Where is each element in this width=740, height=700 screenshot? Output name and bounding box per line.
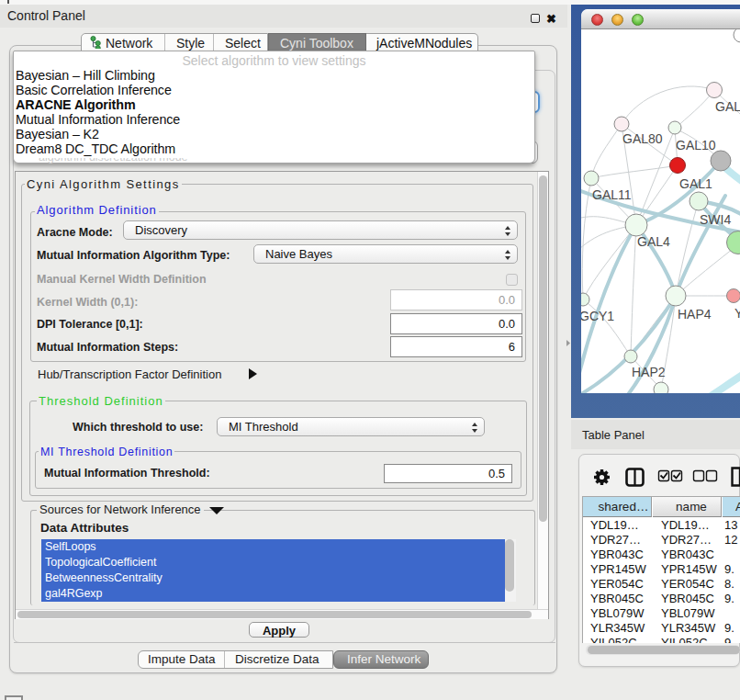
svg-text:GAL80: GAL80 xyxy=(622,131,663,146)
svg-text:HAP2: HAP2 xyxy=(632,365,666,379)
svg-text:GAL7: GAL7 xyxy=(715,99,740,114)
svg-text:GAL11: GAL11 xyxy=(592,187,632,202)
svg-text:Y: Y xyxy=(734,306,740,321)
svg-text:GCY1: GCY1 xyxy=(581,309,614,323)
svg-text:GAL10: GAL10 xyxy=(676,138,716,152)
svg-text:GAL4: GAL4 xyxy=(637,234,670,249)
svg-text:SWI4: SWI4 xyxy=(700,212,731,227)
svg-text:GAL1: GAL1 xyxy=(679,176,712,191)
svg-text:HAP4: HAP4 xyxy=(678,307,712,322)
